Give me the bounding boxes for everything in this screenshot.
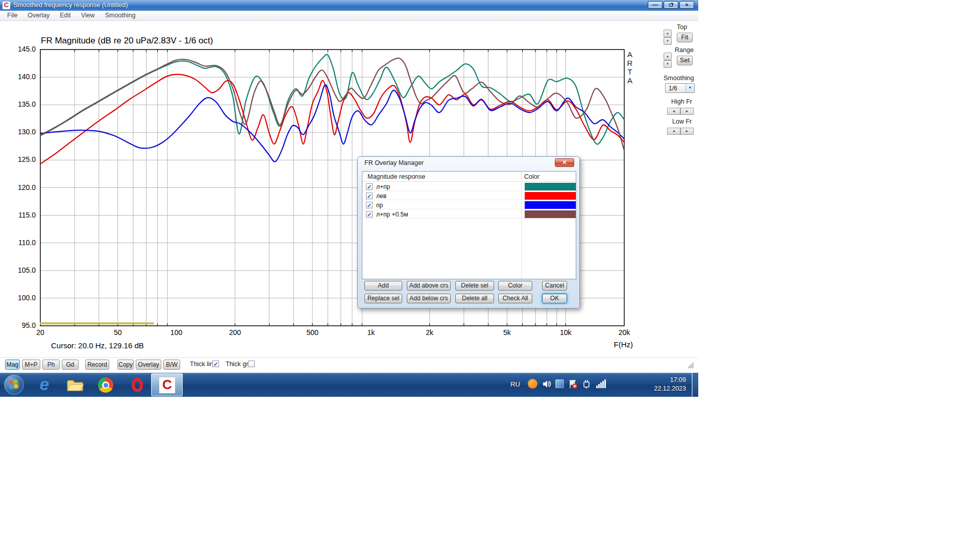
copy-button[interactable]: Copy	[117, 360, 134, 370]
color-column-header[interactable]: Color	[524, 173, 540, 180]
x-tick-label: 10k	[550, 328, 581, 337]
thick-grid-checkbox[interactable]	[248, 361, 255, 367]
mp-button[interactable]: M+P	[22, 360, 40, 370]
item-label: л+пр	[376, 183, 390, 190]
action-center-flag-icon[interactable]	[568, 379, 578, 389]
list-item[interactable]: ✓ пр	[362, 201, 576, 209]
item-checkbox[interactable]: ✓	[366, 202, 373, 208]
menu-file[interactable]: File	[2, 11, 22, 20]
list-item[interactable]: ✓ лев	[362, 191, 576, 200]
avast-tray-icon[interactable]	[528, 379, 537, 389]
opera-icon[interactable]	[129, 376, 146, 394]
x-tick-label: 1k	[356, 328, 386, 337]
top-spin-down-icon[interactable]: ▼	[664, 37, 672, 45]
dialog-close-icon[interactable]: ✕	[555, 158, 574, 167]
x-tick-label: 100	[161, 328, 192, 337]
set-button[interactable]: Set	[677, 56, 693, 65]
gd-button[interactable]: Gd	[62, 360, 79, 370]
range-spin-up-icon[interactable]: ▲	[664, 53, 672, 60]
add-button[interactable]: Add	[364, 281, 402, 291]
delete-all-button[interactable]: Delete all	[455, 294, 494, 303]
cancel-button[interactable]: Cancel	[542, 281, 567, 291]
restore-icon	[669, 4, 673, 7]
smoothing-label: Smoothing	[664, 75, 694, 82]
high-fr-stepper[interactable]: ◄►	[667, 105, 694, 115]
overlay-list[interactable]: Magnitude response Color ✓ л+пр ✓ лев ✓ …	[362, 171, 576, 279]
item-checkbox[interactable]: ✓	[366, 183, 373, 190]
low-fr-label: Low Fr	[672, 118, 692, 125]
screen: C Smoothed frequency response (Untitled)…	[0, 0, 698, 397]
menu-view[interactable]: View	[76, 11, 100, 20]
file-explorer-icon[interactable]	[66, 376, 84, 394]
thick-line-checkbox[interactable]: ✓	[212, 361, 219, 367]
top-spinner[interactable]: ▲ ▼	[664, 30, 672, 45]
menu-overlay[interactable]: Overlay	[22, 11, 55, 20]
add-below-crs-button[interactable]: Add below crs	[407, 294, 451, 303]
internet-explorer-icon[interactable]: e	[36, 376, 53, 394]
smoothing-select[interactable]: 1/6 ▼	[665, 83, 695, 93]
y-tick-label: 105.0	[0, 266, 36, 274]
restore-button[interactable]	[664, 1, 678, 9]
ph-button[interactable]: Ph	[42, 360, 60, 370]
low-fr-right-icon[interactable]: ►	[680, 128, 694, 135]
close-button[interactable]: ×	[679, 1, 694, 9]
y-tick-label: 115.0	[0, 211, 36, 219]
top-spin-up-icon[interactable]: ▲	[664, 30, 672, 37]
resize-grip[interactable]	[686, 361, 694, 369]
arta-taskbar-button[interactable]: C	[151, 373, 183, 396]
x-tick-label: 500	[297, 328, 328, 337]
low-fr-left-icon[interactable]: ◄	[667, 128, 680, 135]
y-tick-label: 110.0	[0, 238, 36, 247]
ok-button[interactable]: OK	[542, 294, 567, 303]
add-above-crs-button[interactable]: Add above crs	[407, 281, 451, 291]
item-label: лев	[376, 193, 386, 200]
y-tick-label: 140.0	[0, 73, 36, 81]
x-tick-label: 50	[103, 328, 133, 337]
color-swatch	[525, 183, 576, 190]
volume-icon[interactable]	[542, 379, 551, 389]
clock-time: 17:09	[654, 376, 686, 385]
menu-smoothing[interactable]: Smoothing	[100, 11, 141, 20]
range-spin-down-icon[interactable]: ▼	[664, 60, 672, 68]
windows-logo-icon	[9, 379, 19, 390]
low-fr-stepper[interactable]: ◄►	[667, 125, 694, 135]
tray-app-icon[interactable]	[555, 379, 564, 388]
item-checkbox[interactable]: ✓	[366, 193, 373, 199]
minimize-button[interactable]: —	[648, 1, 663, 9]
bw-button[interactable]: B/W	[163, 360, 180, 370]
list-item[interactable]: ✓ л+пр +0.5м	[362, 210, 576, 219]
taskbar-clock[interactable]: 17:09 22.12.2023	[654, 376, 686, 393]
title-bar[interactable]: C Smoothed frequency response (Untitled)…	[0, 0, 698, 11]
item-label: пр	[376, 202, 383, 209]
check-all-button[interactable]: Check All	[498, 294, 532, 303]
record-button[interactable]: Record	[85, 360, 109, 370]
y-tick-label: 135.0	[0, 100, 36, 108]
y-tick-label: 120.0	[0, 183, 36, 191]
mag-button[interactable]: Mag	[5, 360, 20, 370]
network-signal-icon[interactable]	[596, 379, 607, 388]
start-button[interactable]	[4, 375, 24, 395]
color-button[interactable]: Color	[498, 281, 532, 291]
show-desktop-button[interactable]	[692, 373, 698, 397]
menu-bar: File Overlay Edit View Smoothing	[0, 11, 698, 21]
item-checkbox[interactable]: ✓	[366, 211, 373, 218]
list-header[interactable]: Magnitude response Color	[362, 172, 576, 182]
y-tick-label: 125.0	[0, 155, 36, 163]
power-plug-icon[interactable]	[582, 379, 592, 389]
magnitude-response-column-header[interactable]: Magnitude response	[368, 173, 425, 180]
arta-window: C Smoothed frequency response (Untitled)…	[0, 0, 698, 373]
high-fr-left-icon[interactable]: ◄	[667, 108, 680, 115]
delete-sel-button[interactable]: Delete sel	[455, 281, 494, 291]
range-spinner[interactable]: ▲ ▼	[664, 53, 672, 68]
overlay-button[interactable]: Overlay	[136, 360, 161, 370]
fit-button[interactable]: Fit	[677, 33, 693, 42]
language-indicator[interactable]: RU	[510, 380, 520, 388]
list-item[interactable]: ✓ л+пр	[362, 182, 576, 191]
chevron-down-icon[interactable]: ▼	[685, 84, 694, 92]
replace-sel-button[interactable]: Replace sel	[364, 294, 402, 303]
high-fr-right-icon[interactable]: ►	[680, 108, 694, 115]
y-tick-label: 100.0	[0, 294, 36, 302]
fr-overlay-manager-dialog[interactable]: FR Overlay Manager ✕ Magnitude response …	[357, 156, 580, 308]
menu-edit[interactable]: Edit	[55, 11, 76, 20]
chrome-icon[interactable]	[97, 376, 114, 394]
